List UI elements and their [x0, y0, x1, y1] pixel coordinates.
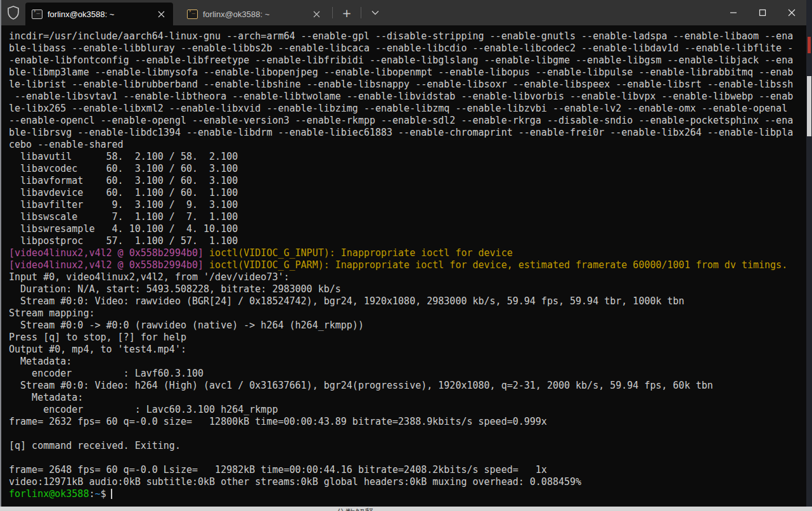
terminal-line: frame= 2648 fps= 60 q=-0.0 Lsize= 12982k… [9, 464, 806, 476]
admin-shield-icon [1, 0, 25, 25]
terminal-output: incdir=/usr/include/aarch64-linux-gnu --… [9, 30, 806, 500]
tab-close-icon[interactable] [309, 7, 323, 21]
terminal-line: libpostproc 57. 1.100 / 57. 1.100 [9, 235, 806, 247]
tab-dropdown-button[interactable] [365, 3, 385, 23]
terminal-line: libavutil 58. 2.100 / 58. 2.100 [9, 151, 806, 163]
terminal-line: Stream #0:0 -> #0:0 (rawvideo (native) -… [9, 320, 806, 332]
terminal-line: encoder : Lavf60.3.100 [9, 368, 806, 380]
tabbar-divider [361, 7, 361, 18]
terminal-line: libavdevice 60. 1.100 / 60. 1.100 [9, 187, 806, 199]
terminal-line: Stream mapping: [9, 307, 806, 320]
terminal-line: forlinx@ok3588:~$ [9, 488, 806, 500]
new-tab-button[interactable]: + [337, 3, 357, 23]
terminal-line: Input #0, video4linux2,v4l2, from '/dev/… [9, 271, 806, 283]
background-page-scrollbar-thumb[interactable] [807, 76, 811, 136]
background-page-strip: 分数解释: [0, 507, 812, 511]
titlebar: forlinx@ok3588: ~ forlinx@ok3588: ~ + [1, 0, 806, 25]
terminal-line: Press [q] to stop, [?] for help [9, 332, 806, 344]
terminal-icon [187, 10, 198, 19]
terminal-line: Stream #0:0: Video: h264 (High) (avc1 / … [9, 380, 806, 392]
tab-title: forlinx@ok3588: ~ [203, 10, 304, 19]
background-page-red-mark [808, 37, 811, 53]
terminal-line: Duration: N/A, start: 5493.508228, bitra… [9, 283, 806, 295]
terminal-line: frame= 2632 fps= 60 q=-0.0 size= 12800kB… [9, 416, 806, 428]
tab-active[interactable]: forlinx@ok3588: ~ [25, 3, 173, 25]
terminal-window: forlinx@ok3588: ~ forlinx@ok3588: ~ + [0, 0, 806, 507]
terminal-line: Output #0, mp4, to 'test4.mp4': [9, 344, 806, 356]
terminal-line: libavformat 60. 3.100 / 60. 3.100 [9, 175, 806, 187]
background-page-partial-text: 分数解释: [336, 507, 377, 511]
terminal-line: cebo --enable-shared [9, 139, 806, 151]
minimize-button[interactable] [719, 0, 748, 25]
terminal-line: video:12971kB audio:0kB subtitle:0kB oth… [9, 476, 806, 488]
close-button[interactable] [777, 0, 806, 25]
terminal-line: Metadata: [9, 356, 806, 368]
terminal-line: libavcodec 60. 3.100 / 60. 3.100 [9, 163, 806, 175]
maximize-button[interactable] [748, 0, 777, 25]
terminal-line: [q] command received. Exiting. [9, 440, 806, 452]
terminal-line: Stream #0:0: Video: rawvideo (BGR[24] / … [9, 295, 806, 307]
terminal-line: [video4linux2,v4l2 @ 0x558b2994b0] ioctl… [9, 259, 806, 271]
terminal-line: ble-librsvg --enable-libdc1394 --enable-… [9, 127, 806, 139]
terminal-line: --enable-opencl --enable-opengl --enable… [9, 115, 806, 127]
background-page-right-strip [806, 0, 812, 507]
terminal-line: le-librist --enable-librubberband --enab… [9, 79, 806, 91]
terminal-line: le-libx265 --enable-libxml2 --enable-lib… [9, 103, 806, 115]
titlebar-drag-region [385, 0, 719, 25]
terminal-cursor [111, 489, 112, 499]
terminal-line: encoder : Lavc60.3.100 h264_rkmpp [9, 404, 806, 416]
terminal-line: [video4linux2,v4l2 @ 0x558b2994b0] ioctl… [9, 247, 806, 259]
terminal-line: libavfilter 9. 3.100 / 9. 3.100 [9, 199, 806, 211]
terminal-line: ble-libass --enable-libbluray --enable-l… [9, 42, 806, 55]
terminal-line: --enable-libsvtav1 --enable-libtheora --… [9, 91, 806, 103]
terminal-icon [32, 10, 42, 19]
terminal-line: libswresample 4. 10.100 / 4. 10.100 [9, 223, 806, 235]
terminal-line: libswscale 7. 1.100 / 7. 1.100 [9, 211, 806, 223]
terminal-line: incdir=/usr/include/aarch64-linux-gnu --… [9, 30, 806, 42]
terminal-screen[interactable]: incdir=/usr/include/aarch64-linux-gnu --… [1, 25, 806, 507]
tabbar-divider [332, 7, 333, 18]
terminal-line [9, 452, 806, 464]
terminal-line [9, 428, 806, 440]
tab-title: forlinx@ok3588: ~ [48, 10, 149, 19]
tab-close-icon[interactable] [154, 7, 168, 21]
terminal-line: Metadata: [9, 392, 806, 404]
terminal-line: -enable-libfontconfig --enable-libfreety… [9, 55, 806, 67]
tab-inactive[interactable]: forlinx@ok3588: ~ [181, 3, 328, 25]
terminal-line: ble-libmp3lame --enable-libmysofa --enab… [9, 67, 806, 79]
